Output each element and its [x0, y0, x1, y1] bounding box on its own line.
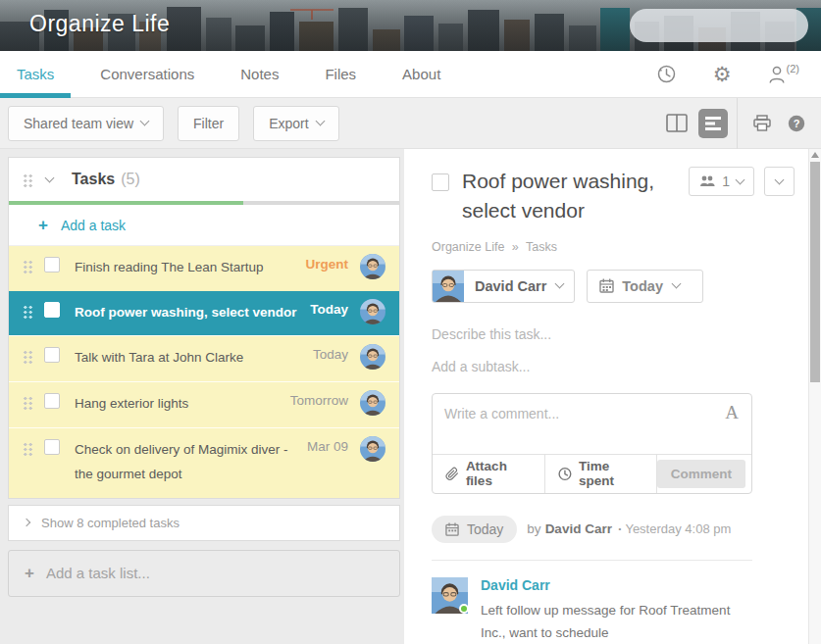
online-status-dot [459, 604, 469, 614]
assignees-count: 1 [722, 173, 730, 189]
tab-conversations[interactable]: Conversations [83, 51, 211, 97]
scroll-up-arrow[interactable] [811, 152, 819, 158]
view-dropdown[interactable]: Shared team view [8, 106, 164, 141]
task-row[interactable]: Roof power washing, select vendor Today [9, 291, 399, 336]
search-input[interactable] [630, 18, 821, 33]
more-options-button[interactable] [764, 167, 795, 196]
drag-handle-icon[interactable] [23, 441, 33, 456]
scrollbar-thumb[interactable] [810, 162, 820, 382]
add-task-label: Add a task [61, 218, 126, 233]
breadcrumb: Organize Life » Tasks [432, 240, 821, 254]
task-title: Check on delivery of Magimix diver - the… [75, 437, 297, 487]
collapse-chevron-icon[interactable] [45, 173, 55, 182]
task-list-pane: Tasks (5) + Add a task Finish reading Th… [0, 149, 404, 644]
task-checkbox[interactable] [44, 347, 60, 363]
filter-button[interactable]: Filter [178, 106, 239, 141]
comment-text: Left follow up message for Roof Treatmen… [481, 599, 747, 644]
comment-submit-button[interactable]: Comment [657, 460, 745, 488]
task-title: Hang exterior lights [75, 391, 281, 417]
tab-files[interactable]: Files [308, 51, 373, 97]
assignee-avatar[interactable] [360, 436, 385, 462]
time-spent-label: Time spent [579, 459, 643, 488]
print-icon[interactable] [753, 115, 771, 131]
view-dropdown-label: Shared team view [24, 116, 133, 131]
assignee-name: David Carr [475, 278, 546, 294]
list-view-icon[interactable] [698, 109, 728, 138]
attach-files-label: Attach files [466, 459, 532, 488]
export-dropdown-label: Export [269, 116, 308, 131]
split-view-icon[interactable] [666, 114, 688, 132]
search-box[interactable] [630, 9, 808, 42]
due-date-pill[interactable]: Today [432, 516, 517, 543]
gear-icon[interactable]: ⚙ [713, 64, 732, 84]
task-checkbox[interactable] [44, 439, 60, 455]
show-completed-button[interactable]: Show 8 completed tasks [8, 505, 400, 541]
task-checkbox[interactable] [44, 393, 60, 409]
due-pill-label: Today [467, 521, 503, 537]
task-complete-checkbox[interactable] [432, 173, 449, 191]
plus-icon: + [25, 564, 34, 583]
attach-files-button[interactable]: Attach files [433, 455, 545, 493]
commenter-avatar-wrap [432, 577, 468, 614]
drag-handle-icon[interactable] [23, 173, 33, 187]
toolbar-separator [737, 98, 738, 149]
assignees-button[interactable]: 1 [689, 167, 754, 196]
describe-task-field[interactable]: Describe this task... [432, 326, 821, 342]
assignee-avatar[interactable] [360, 254, 385, 279]
assignee-avatar[interactable] [360, 390, 385, 416]
task-row[interactable]: Hang exterior lights Tomorrow [9, 381, 399, 427]
time-spent-button[interactable]: Time spent [545, 455, 657, 493]
tab-about[interactable]: About [385, 51, 457, 97]
vertical-scrollbar[interactable] [808, 149, 821, 644]
task-row[interactable]: Check on delivery of Magimix diver - the… [9, 427, 399, 498]
history-icon[interactable] [656, 64, 677, 84]
drag-handle-icon[interactable] [23, 395, 33, 410]
due-date-dropdown[interactable]: Today [587, 270, 703, 303]
comment-placeholder: Write a comment... [444, 406, 559, 421]
task-due-label: Today [313, 347, 348, 362]
chevron-down-icon [736, 174, 745, 184]
plus-icon: + [38, 216, 48, 235]
comment-author[interactable]: David Carr [481, 577, 747, 593]
activity-timestamp: Yesterday 4:08 pm [625, 521, 731, 536]
assignee-avatar[interactable] [360, 344, 385, 370]
task-list-title: Tasks [72, 171, 115, 188]
calendar-icon [599, 278, 614, 293]
tab-notes[interactable]: Notes [224, 51, 295, 97]
activity-dot: · [618, 521, 623, 536]
task-row[interactable]: Talk with Tara at John Clarke Today [9, 335, 399, 381]
task-checkbox[interactable] [44, 302, 60, 318]
comment-input[interactable]: Write a comment... A [433, 394, 751, 454]
drag-handle-icon[interactable] [23, 304, 33, 319]
add-task-button[interactable]: + Add a task [9, 205, 399, 246]
chevron-down-icon [315, 117, 325, 126]
tab-tasks[interactable]: Tasks [0, 51, 71, 97]
project-banner: Organize Life [0, 0, 821, 51]
svg-text:?: ? [794, 118, 800, 129]
task-row[interactable]: Finish reading The Lean Startup Urgent [9, 246, 399, 291]
breadcrumb-section[interactable]: Tasks [526, 240, 557, 254]
breadcrumb-separator: » [512, 240, 519, 254]
help-icon[interactable]: ? [788, 115, 805, 132]
activity-entry: Today by David Carr · Yesterday 4:08 pm [432, 516, 752, 543]
members-icon[interactable]: (2) [768, 65, 799, 84]
comment-box: Write a comment... A Attach files Time s… [432, 393, 752, 494]
text-format-icon[interactable]: A [725, 402, 739, 423]
export-dropdown[interactable]: Export [253, 106, 338, 141]
chevron-right-icon [23, 519, 30, 526]
add-subtask-field[interactable]: Add a subtask... [432, 359, 821, 374]
assignee-dropdown[interactable]: David Carr [432, 270, 575, 303]
project-title: Organize Life [29, 11, 170, 37]
tab-label: Notes [240, 66, 279, 82]
drag-handle-icon[interactable] [23, 259, 33, 273]
task-checkbox[interactable] [44, 257, 60, 272]
assignee-avatar[interactable] [360, 299, 385, 324]
comment-toolbar: Attach files Time spent Comment [433, 454, 751, 493]
breadcrumb-project[interactable]: Organize Life [432, 240, 504, 254]
member-count-badge: (2) [787, 63, 799, 74]
drag-handle-icon[interactable] [23, 349, 33, 364]
add-task-list-button[interactable]: + Add a task list... [8, 550, 400, 597]
task-due-label: Tomorrow [290, 393, 348, 408]
tab-label: Files [325, 66, 356, 82]
tab-label: Tasks [17, 66, 54, 82]
